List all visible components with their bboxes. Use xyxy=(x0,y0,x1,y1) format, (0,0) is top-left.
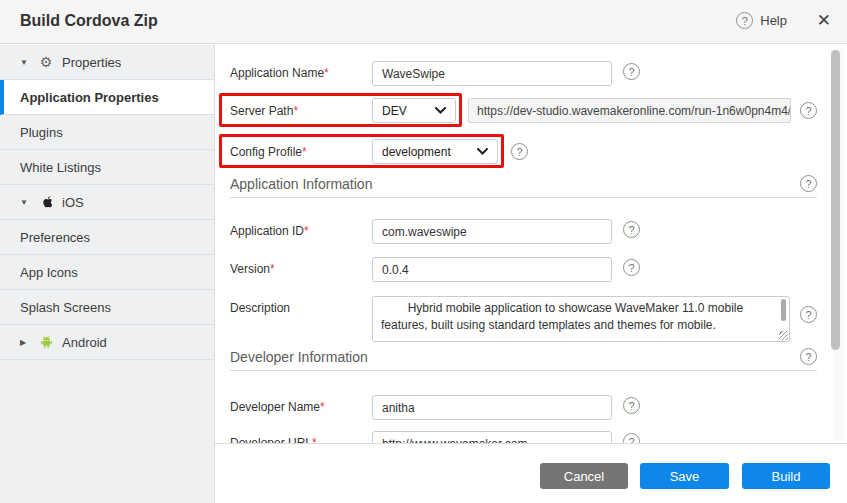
dialog-footer: Cancel Save Build xyxy=(215,443,847,503)
sidebar-item-label: Plugins xyxy=(20,125,63,140)
server-path-dropdown[interactable]: DEV xyxy=(372,98,456,123)
sidebar-group-label: iOS xyxy=(62,195,84,210)
version-help-icon[interactable]: ? xyxy=(623,259,640,276)
developer-url-input[interactable] xyxy=(372,431,612,443)
cancel-button[interactable]: Cancel xyxy=(540,463,628,489)
chevron-down-icon: ▼ xyxy=(20,198,30,207)
required-asterisk: * xyxy=(320,400,325,414)
sidebar-group-properties[interactable]: ▼ ⚙ Properties xyxy=(0,45,214,80)
save-button[interactable]: Save xyxy=(640,463,729,489)
config-profile-label: Config Profile* xyxy=(230,145,307,159)
close-icon[interactable]: ✕ xyxy=(817,10,831,31)
build-cordova-zip-dialog: Build Cordova Zip ? Help ✕ ▼ ⚙ Propertie… xyxy=(0,0,847,503)
chevron-down-icon: ▼ xyxy=(20,58,30,67)
section-divider xyxy=(230,370,817,371)
developer-name-help-icon[interactable]: ? xyxy=(623,397,640,414)
server-path-help-icon[interactable]: ? xyxy=(800,102,817,119)
section-divider xyxy=(230,197,817,198)
required-asterisk: * xyxy=(304,224,309,238)
chevron-down-icon xyxy=(435,107,446,114)
developer-information-help-icon[interactable]: ? xyxy=(800,348,817,365)
version-label: Version* xyxy=(230,262,275,276)
chevron-down-icon xyxy=(477,148,488,155)
dialog-header: Build Cordova Zip ? Help ✕ xyxy=(0,0,847,44)
sidebar-item-label: Preferences xyxy=(20,230,90,245)
config-profile-help-icon[interactable]: ? xyxy=(511,143,528,160)
sidebar-group-label: Properties xyxy=(62,55,121,70)
application-id-input[interactable] xyxy=(372,219,612,244)
sidebar-item-splash-screens[interactable]: Splash Screens xyxy=(0,290,214,325)
required-asterisk: * xyxy=(302,145,307,159)
server-path-label: Server Path* xyxy=(230,104,298,118)
textarea-scrollbar-thumb[interactable] xyxy=(781,299,786,321)
server-path-selected-value: DEV xyxy=(382,104,407,118)
sidebar-item-application-properties[interactable]: Application Properties xyxy=(0,80,214,115)
form-scroll-area: Application Name* ? Server Path* DEV htt… xyxy=(215,45,847,443)
application-name-help-icon[interactable]: ? xyxy=(623,63,640,80)
server-path-url-value: https://dev-studio.wavemakeronline.com/r… xyxy=(468,98,791,123)
sidebar-item-label: Application Properties xyxy=(20,90,159,105)
developer-name-input[interactable] xyxy=(372,395,612,420)
dialog-title: Build Cordova Zip xyxy=(20,12,158,30)
required-asterisk: * xyxy=(324,66,329,80)
sidebar-item-plugins[interactable]: Plugins xyxy=(0,115,214,150)
scrollbar-track[interactable] xyxy=(833,48,844,440)
config-profile-dropdown[interactable]: development xyxy=(372,139,498,164)
sidebar-item-label: White Listings xyxy=(20,160,101,175)
developer-url-help-icon[interactable]: ? xyxy=(623,433,640,443)
developer-name-label: Developer Name* xyxy=(230,400,325,414)
sidebar-item-preferences[interactable]: Preferences xyxy=(0,220,214,255)
description-help-icon[interactable]: ? xyxy=(800,306,817,323)
application-information-help-icon[interactable]: ? xyxy=(800,175,817,192)
version-input[interactable] xyxy=(372,257,612,282)
required-asterisk: * xyxy=(270,262,275,276)
config-profile-selected-value: development xyxy=(382,145,451,159)
sidebar-group-android[interactable]: ▶ Android xyxy=(0,325,214,360)
required-asterisk: * xyxy=(312,436,317,443)
developer-information-heading: Developer Information xyxy=(230,349,368,365)
gear-icon: ⚙ xyxy=(39,55,53,69)
sidebar-item-white-listings[interactable]: White Listings xyxy=(0,150,214,185)
application-id-help-icon[interactable]: ? xyxy=(623,221,640,238)
required-asterisk: * xyxy=(293,104,298,118)
build-button[interactable]: Build xyxy=(742,463,830,489)
application-id-label: Application ID* xyxy=(230,224,309,238)
sidebar-group-ios[interactable]: ▼ iOS xyxy=(0,185,214,220)
textarea-resize-grip[interactable] xyxy=(779,331,788,340)
developer-url-label: Developer URL* xyxy=(230,436,317,443)
description-label: Description xyxy=(230,301,290,315)
help-link[interactable]: ? Help xyxy=(736,12,787,29)
android-icon xyxy=(39,335,53,349)
sidebar: ▼ ⚙ Properties Application Properties Pl… xyxy=(0,45,215,503)
chevron-right-icon: ▶ xyxy=(20,338,30,347)
sidebar-item-label: Splash Screens xyxy=(20,300,111,315)
application-name-input[interactable] xyxy=(372,61,612,86)
help-label: Help xyxy=(760,13,787,28)
help-icon: ? xyxy=(736,12,753,29)
description-textarea[interactable]: Hybrid mobile application to showcase Wa… xyxy=(372,296,790,342)
apple-icon xyxy=(39,195,53,209)
sidebar-item-app-icons[interactable]: App Icons xyxy=(0,255,214,290)
application-information-heading: Application Information xyxy=(230,176,372,192)
scrollbar-thumb[interactable] xyxy=(831,50,840,350)
application-name-label: Application Name* xyxy=(230,66,329,80)
sidebar-group-label: Android xyxy=(62,335,107,350)
sidebar-item-label: App Icons xyxy=(20,265,78,280)
